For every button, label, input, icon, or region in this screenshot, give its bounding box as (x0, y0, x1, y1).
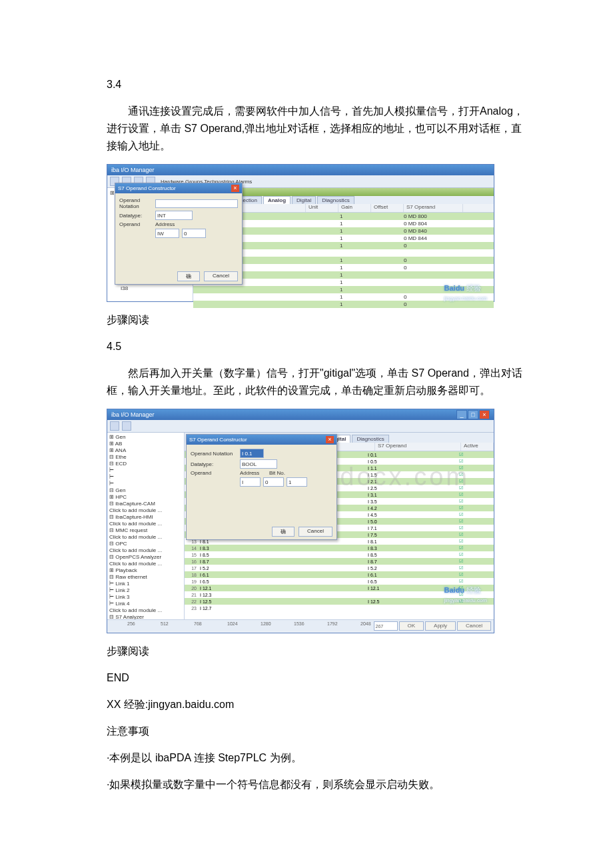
ok-button[interactable]: 确 (272, 527, 295, 537)
ruler-tick: 256 (127, 621, 135, 626)
datatype-select[interactable]: BOOL (240, 459, 277, 469)
tree-node[interactable]: Click to add module ... (109, 521, 182, 527)
close-icon[interactable]: × (231, 185, 239, 192)
table-row[interactable]: 21I 12.3☑ (185, 591, 494, 598)
screenshot-2: iba I/O Manager _ □ × ⊞ Gen⊞ AB⊞ ANA⊟ Et… (107, 409, 494, 633)
toolbar-icon[interactable] (122, 421, 131, 431)
tree-node[interactable]: ⊟ Ethe (109, 454, 182, 461)
minimize-icon[interactable]: _ (456, 410, 467, 419)
label-operand: Operand (119, 221, 153, 227)
tree-node[interactable]: ⊢ (109, 467, 182, 474)
tree-node[interactable]: ⊟ ECD (109, 461, 182, 467)
table-row[interactable]: 10 (193, 301, 494, 308)
close-icon[interactable]: × (326, 436, 334, 443)
step-read-1[interactable]: 步骤阅读 (107, 311, 526, 329)
tree-node[interactable]: Click to add module ... (109, 534, 182, 541)
tree-node[interactable]: ⊞ Gen (109, 434, 182, 441)
table-row[interactable]: 14I 8.3I 8.3☑ (185, 545, 494, 551)
tree-node[interactable]: ⊞ HPC (109, 494, 182, 501)
col-s7operand: S7 Operand (404, 204, 463, 212)
tree-node[interactable]: ⊢ Link 2 (109, 587, 182, 594)
tree-node[interactable]: Click to add module ... (109, 607, 182, 614)
cancel-button[interactable]: Cancel (299, 527, 332, 537)
label-operand-notation: Operand Notation (191, 451, 237, 457)
tree-node[interactable]: ⊞ AB (109, 441, 182, 447)
tree-node[interactable]: ⊟ MMC request (109, 527, 182, 534)
operand-select[interactable]: I (240, 477, 261, 487)
step-read-2[interactable]: 步骤阅读 (107, 643, 526, 660)
analog-grid[interactable]: Name Unit Gain Offset S7 Operand 10 MD 8… (193, 204, 494, 308)
tree-node[interactable]: ⊞ ANA (109, 447, 182, 454)
table-row[interactable]: 18I 6.1I 6.1☑ (185, 571, 494, 578)
col-unit: Unit (306, 204, 338, 212)
tree-node[interactable]: ⊟ S7 Analyzer (109, 614, 182, 619)
tree-node[interactable]: ⊞ Playback (109, 567, 182, 574)
operand-select[interactable]: IW (155, 229, 179, 238)
ruler-tick: 1536 (294, 621, 305, 626)
s7-operand-dialog: S7 Operand Constructor × Operand Notatio… (115, 183, 243, 285)
source-label: XX 经验:jingyan.baidu.com (107, 696, 526, 713)
table-row[interactable]: 15I 8.5I 8.5☑ (185, 551, 494, 558)
tree-node[interactable]: Click to add module ... (109, 547, 182, 554)
tree-node[interactable]: I38 (110, 285, 190, 292)
value-input[interactable]: 267 (374, 621, 398, 631)
bit-select[interactable]: 1 (287, 477, 307, 487)
ok-button[interactable]: 确 (177, 271, 200, 281)
close-icon[interactable]: × (479, 410, 490, 419)
ok-button[interactable]: OK (399, 621, 424, 631)
cancel-button[interactable]: Cancel (204, 271, 238, 281)
address-select[interactable]: 0 (182, 229, 206, 238)
table-row[interactable]: 17I 5.2I 5.2☑ (185, 565, 494, 571)
table-row[interactable]: 22I 12.5I 12.5☑ (185, 598, 494, 605)
tree-node[interactable]: ⊟ OPC (109, 541, 182, 547)
tree-node[interactable]: ⊟ ibaCapture-CAM (109, 501, 182, 507)
col-offset: Offset (371, 204, 404, 212)
tree-node[interactable]: ⊟ Gen (109, 487, 182, 494)
tree-node[interactable]: ⊢ (109, 474, 182, 481)
ruler-tick: 1792 (327, 621, 338, 626)
tree-node[interactable]: ⊢ (109, 481, 182, 487)
table-row[interactable]: 23I 12.7 (185, 605, 494, 611)
table-row[interactable]: 1 (193, 286, 494, 293)
tree-node[interactable]: ⊟ Raw ethernet (109, 574, 182, 581)
label-datatype: Datatype: (191, 461, 237, 467)
col-active: Active (461, 443, 494, 451)
tree-node[interactable]: ⊟ ibaCapture-HMI (109, 514, 182, 521)
ruler-tick: 512 (161, 621, 169, 626)
window-title: iba I/O Manager (111, 167, 155, 173)
cancel-button[interactable]: Cancel (457, 621, 491, 631)
tree-node[interactable]: Click to add module ... (109, 507, 182, 514)
note-2: ·如果模拟量或数字量中一个符号信息都没有，则系统会显示启动失败。 (107, 776, 526, 793)
maximize-icon[interactable]: □ (468, 410, 478, 419)
label-address: Address (240, 470, 267, 476)
toolbar (107, 420, 494, 433)
tree-node[interactable]: ⊟ OpenPCS Analyzer (109, 554, 182, 561)
tree-node[interactable]: ⊢ Link 3 (109, 594, 182, 601)
tab-analog[interactable]: Analog (263, 196, 291, 204)
s7-operand-dialog: S7 Operand Constructor × Operand Notatio… (186, 434, 337, 540)
tree-node[interactable]: ⊢ Link 1 (109, 581, 182, 587)
table-row[interactable]: 20I 12.1I 12.1☑ (185, 585, 494, 591)
operand-notation-input[interactable] (155, 199, 238, 208)
tab-diagnostics[interactable]: Diagnostics (352, 435, 388, 443)
table-row[interactable]: 10 (193, 293, 494, 301)
ruler-tick: 1024 (227, 621, 238, 626)
window-titlebar: iba I/O Manager (107, 165, 494, 175)
notation-value[interactable]: I 0.1 (240, 449, 264, 458)
datatype-select[interactable]: INT (155, 211, 193, 220)
tree-node[interactable]: ⊢ Link 4 (109, 601, 182, 607)
address-select[interactable]: 0 (263, 477, 284, 487)
window-titlebar: iba I/O Manager _ □ × (107, 409, 494, 420)
apply-button[interactable]: Apply (425, 621, 456, 631)
label-datatype: Datatype: (119, 213, 153, 219)
tree-panel[interactable]: ⊞ Gen⊞ AB⊞ ANA⊟ Ethe⊟ ECD ⊢ ⊢ ⊢⊟ Gen⊞ HP… (107, 433, 185, 619)
table-row[interactable]: 19I 6.5I 6.5☑ (185, 578, 494, 585)
toolbar-icon[interactable] (110, 421, 119, 431)
dialog-title: S7 Operand Constructor (189, 437, 247, 443)
end-label: END (107, 669, 526, 687)
table-row[interactable]: 16I 8.7I 8.7☑ (185, 558, 494, 565)
tree-node[interactable]: Click to add module ... (109, 561, 182, 567)
col-s7operand: S7 Operand (375, 443, 461, 451)
tab-diagnostics[interactable]: Diagnostics (317, 196, 354, 204)
tab-digital[interactable]: Digital (292, 196, 316, 204)
